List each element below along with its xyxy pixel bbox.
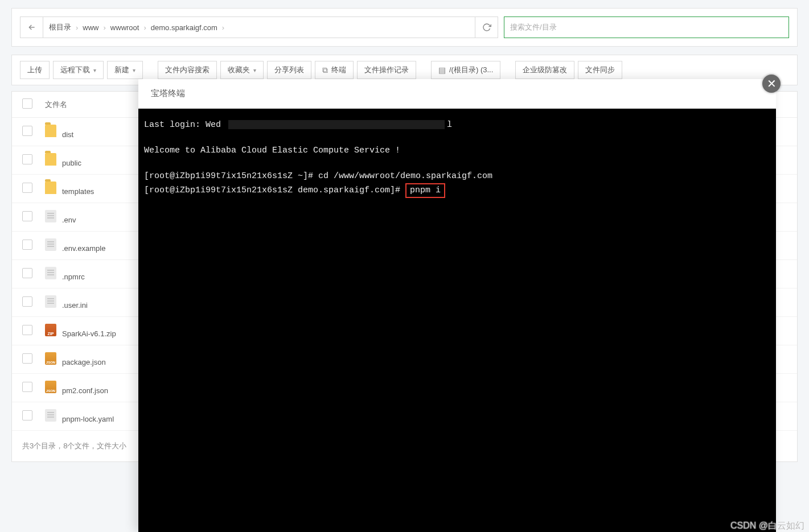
address-panel: 根目录 › www › wwwroot › demo.sparkaigf.com… <box>11 8 798 47</box>
back-button[interactable] <box>20 17 43 38</box>
file-name[interactable]: .env <box>62 216 76 224</box>
file-icon <box>45 295 56 308</box>
modal-title: 宝塔终端 <box>138 79 776 109</box>
breadcrumb-root[interactable]: 根目录 <box>49 22 71 32</box>
remote-download-button[interactable]: 远程下载▾ <box>53 61 104 79</box>
highlighted-command: pnpm i <box>405 183 445 199</box>
folder-icon <box>45 153 56 166</box>
file-name[interactable]: dist <box>62 130 73 139</box>
search-placeholder: 搜索文件/目录 <box>510 22 557 32</box>
file-icon <box>45 352 56 365</box>
row-checkbox[interactable] <box>22 126 32 136</box>
folder-icon <box>45 125 56 137</box>
chevron-down-icon: ▾ <box>93 67 96 73</box>
row-checkbox[interactable] <box>22 211 32 221</box>
file-name[interactable]: SparkAi-v6.1.zip <box>62 329 116 338</box>
file-name[interactable]: templates <box>62 187 94 196</box>
row-checkbox[interactable] <box>22 410 32 420</box>
row-checkbox[interactable] <box>22 353 32 364</box>
terminal-button[interactable]: ⧉终端 <box>315 61 354 79</box>
file-icon <box>45 267 56 279</box>
share-list-button[interactable]: 分享列表 <box>267 61 311 79</box>
file-name[interactable]: pnpm-lock.yaml <box>62 415 114 423</box>
row-checkbox[interactable] <box>22 183 32 193</box>
breadcrumb: 根目录 › www › wwwroot › demo.sparkaigf.com… <box>43 22 475 32</box>
select-all-checkbox[interactable] <box>22 98 32 109</box>
chevron-right-icon: › <box>76 23 78 32</box>
terminal-modal: ✕ 宝塔终端 Last login: Wed l Welcome to Alib… <box>138 79 776 532</box>
tamper-button[interactable]: 企业级防篡改 <box>515 61 574 79</box>
file-icon <box>45 238 56 251</box>
search-input[interactable]: 搜索文件/目录 <box>504 17 789 38</box>
breadcrumb-part[interactable]: demo.sparkaigf.com <box>151 23 217 32</box>
row-checkbox[interactable] <box>22 240 32 250</box>
close-button[interactable]: ✕ <box>762 75 781 93</box>
address-bar: 根目录 › www › wwwroot › demo.sparkaigf.com… <box>20 17 498 38</box>
row-checkbox[interactable] <box>22 325 32 335</box>
file-name[interactable]: package.json <box>62 358 106 366</box>
chevron-right-icon: › <box>222 23 224 32</box>
disk-button[interactable]: ▤/(根目录) (3... <box>431 61 500 79</box>
upload-button[interactable]: 上传 <box>20 61 50 79</box>
breadcrumb-part[interactable]: wwwroot <box>110 23 139 32</box>
op-log-button[interactable]: 文件操作记录 <box>357 61 416 79</box>
terminal-icon: ⧉ <box>322 65 328 75</box>
chevron-down-icon: ▾ <box>133 67 135 73</box>
folder-icon <box>45 182 56 194</box>
terminal-output[interactable]: Last login: Wed l Welcome to Alibaba Clo… <box>138 109 776 532</box>
row-checkbox[interactable] <box>22 382 32 392</box>
file-name[interactable]: .user.ini <box>62 301 88 310</box>
refresh-button[interactable] <box>475 17 498 38</box>
file-name[interactable]: pm2.conf.json <box>62 386 108 395</box>
chevron-right-icon: › <box>104 23 106 32</box>
content-search-button[interactable]: 文件内容搜索 <box>158 61 217 79</box>
row-checkbox[interactable] <box>22 154 32 164</box>
file-icon <box>45 210 56 222</box>
watermark: CSDN @白云如幻 <box>730 520 804 532</box>
chevron-right-icon: › <box>143 23 146 32</box>
disk-icon: ▤ <box>438 65 446 75</box>
favorites-button[interactable]: 收藏夹▾ <box>220 61 264 79</box>
file-icon <box>45 324 56 336</box>
redacted-region <box>228 120 445 129</box>
row-checkbox[interactable] <box>22 296 32 307</box>
toolbar: 上传 远程下载▾ 新建▾ 文件内容搜索 收藏夹▾ 分享列表 ⧉终端 文件操作记录… <box>20 61 789 79</box>
breadcrumb-part[interactable]: www <box>83 23 98 32</box>
file-name[interactable]: public <box>62 159 81 167</box>
new-button[interactable]: 新建▾ <box>107 61 143 79</box>
file-name[interactable]: .npmrc <box>62 273 85 281</box>
sync-button[interactable]: 文件同步 <box>578 61 622 79</box>
row-checkbox[interactable] <box>22 268 32 278</box>
file-name[interactable]: .env.example <box>62 244 105 253</box>
chevron-down-icon: ▾ <box>253 67 256 73</box>
file-icon <box>45 381 56 393</box>
file-icon <box>45 409 56 422</box>
